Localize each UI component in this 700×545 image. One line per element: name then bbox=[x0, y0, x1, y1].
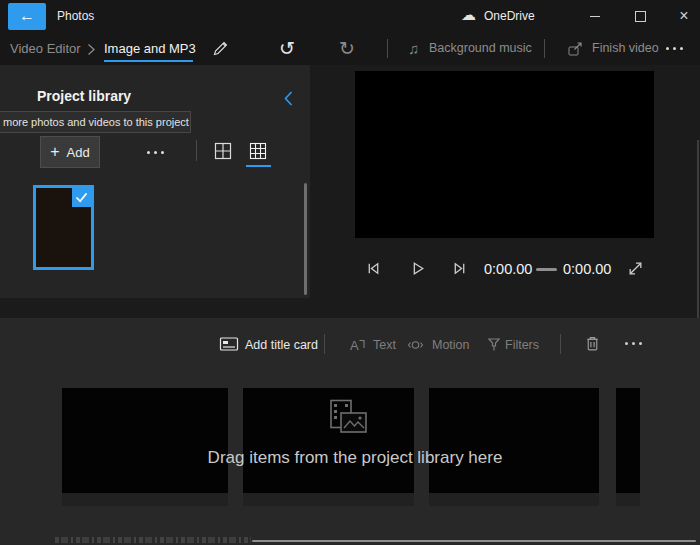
library-item-thumbnail[interactable] bbox=[33, 185, 94, 270]
editor-navbar: Video Editor Image and MP3 ↺ ↻ ♫ Backgro… bbox=[0, 32, 700, 65]
timeline-divider bbox=[324, 334, 325, 354]
onedrive-cloud-icon: ☁ bbox=[461, 0, 476, 32]
grid-view-underline bbox=[246, 165, 271, 167]
redo-icon[interactable]: ↻ bbox=[339, 32, 355, 65]
drag-hint-text: Drag items from the project library here bbox=[5, 448, 700, 468]
minimize-button[interactable] bbox=[576, 0, 614, 32]
next-frame-icon[interactable] bbox=[450, 259, 469, 278]
timeline-divider bbox=[560, 334, 561, 354]
breadcrumb-chevron-icon bbox=[86, 42, 96, 60]
back-arrow-icon: ← bbox=[19, 7, 35, 24]
app-title: Photos bbox=[57, 0, 94, 32]
fullscreen-icon[interactable] bbox=[627, 260, 644, 277]
main-area: Project library more photos and videos t… bbox=[0, 65, 700, 318]
text-tool-icon: A bbox=[349, 337, 366, 353]
close-icon: × bbox=[679, 8, 688, 24]
storyboard-card[interactable] bbox=[429, 388, 599, 506]
add-tooltip: more photos and videos to this project bbox=[0, 111, 191, 133]
storyboard-section: Add title card A Text Motion Filters bbox=[0, 318, 700, 545]
library-divider bbox=[196, 140, 197, 161]
add-title-card-icon bbox=[219, 336, 239, 352]
project-title-underline bbox=[104, 60, 193, 62]
nav-divider bbox=[387, 39, 388, 58]
titlebar: ← Photos ☁ OneDrive × bbox=[0, 0, 700, 32]
background-music-icon: ♫ bbox=[408, 32, 419, 65]
bottom-scroll-line[interactable] bbox=[252, 540, 696, 542]
maximize-button[interactable] bbox=[621, 0, 659, 32]
check-icon bbox=[75, 192, 88, 203]
library-scrollbar[interactable] bbox=[304, 183, 307, 295]
grid-small-view-icon[interactable] bbox=[248, 141, 268, 161]
onedrive-status[interactable]: OneDrive bbox=[484, 0, 535, 32]
elapsed-time: 0:00.00 bbox=[484, 261, 532, 277]
photos-app-window: ← Photos ☁ OneDrive × Video Editor Image… bbox=[0, 0, 700, 545]
filters-tool-icon bbox=[487, 336, 501, 353]
background-music-button[interactable]: Background music bbox=[429, 32, 532, 65]
back-button[interactable]: ← bbox=[8, 3, 46, 30]
collapse-panel-icon[interactable] bbox=[282, 90, 294, 111]
add-title-card-button[interactable]: Add title card bbox=[245, 337, 318, 353]
selected-check-badge[interactable] bbox=[72, 188, 91, 207]
play-icon[interactable] bbox=[408, 259, 427, 278]
minimize-icon bbox=[590, 16, 600, 17]
motion-tool-icon bbox=[406, 337, 425, 353]
library-more-icon[interactable] bbox=[147, 151, 164, 154]
video-preview[interactable] bbox=[355, 71, 654, 238]
delete-trash-icon[interactable] bbox=[585, 335, 600, 352]
filters-tool-button[interactable]: Filters bbox=[505, 337, 539, 353]
seek-bar[interactable] bbox=[536, 268, 557, 271]
total-duration: 0:00.00 bbox=[563, 261, 611, 277]
svg-text:A: A bbox=[350, 338, 359, 353]
maximize-icon bbox=[635, 11, 646, 22]
nav-divider bbox=[544, 39, 545, 58]
storyboard-card[interactable] bbox=[616, 388, 640, 506]
timeline-more-icon[interactable] bbox=[625, 342, 642, 345]
text-tool-button[interactable]: Text bbox=[373, 337, 396, 353]
project-library-title: Project library bbox=[37, 88, 131, 104]
close-button[interactable]: × bbox=[665, 0, 700, 32]
add-button[interactable]: + Add bbox=[40, 136, 100, 168]
clipped-bottom-text bbox=[55, 537, 251, 543]
finish-video-icon bbox=[567, 41, 585, 61]
plus-icon: + bbox=[50, 144, 59, 160]
breadcrumb-video-editor[interactable]: Video Editor bbox=[10, 32, 81, 65]
more-options-icon[interactable] bbox=[666, 47, 683, 50]
finish-video-button[interactable]: Finish video bbox=[592, 32, 659, 65]
undo-icon[interactable]: ↺ bbox=[279, 32, 295, 65]
previous-frame-icon[interactable] bbox=[364, 259, 383, 278]
drag-media-icon bbox=[322, 398, 369, 440]
motion-tool-button[interactable]: Motion bbox=[432, 337, 470, 353]
storyboard-card[interactable] bbox=[62, 388, 228, 506]
project-library-panel: Project library more photos and videos t… bbox=[0, 65, 310, 298]
rename-pencil-icon[interactable] bbox=[212, 40, 229, 61]
grid-large-view-icon[interactable] bbox=[213, 141, 233, 161]
